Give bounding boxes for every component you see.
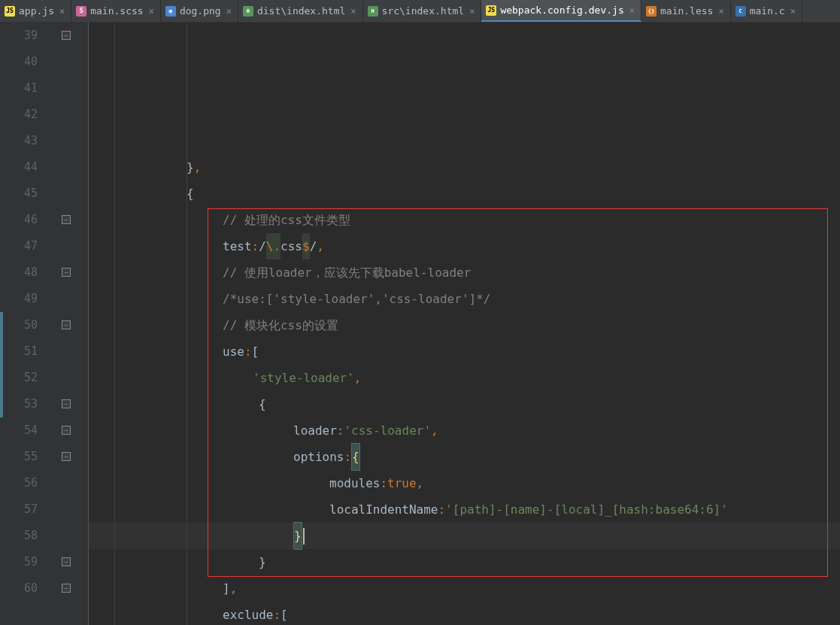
- code-line[interactable]: /*use:['style-loader','css-loader']*/: [89, 286, 840, 312]
- code-line[interactable]: },: [89, 154, 840, 181]
- less-file-icon: {}: [646, 6, 657, 17]
- tab-dog-png[interactable]: ▣dog.png×: [161, 0, 238, 22]
- close-icon[interactable]: ×: [226, 6, 232, 17]
- line-number: 47: [0, 233, 38, 259]
- text-cursor: [303, 528, 305, 545]
- line-number: 39: [0, 23, 38, 49]
- code-line[interactable]: {: [89, 391, 840, 417]
- vcs-change-marker: [0, 312, 3, 417]
- code-line[interactable]: localIndentName:'[path]-[name]-[local]_[…: [89, 496, 840, 523]
- code-line[interactable]: }: [89, 523, 840, 549]
- close-icon[interactable]: ×: [790, 6, 796, 17]
- tab-label: src\index.html: [382, 5, 465, 17]
- fold-marker-icon[interactable]: −: [62, 268, 71, 277]
- tab-dist-index-html[interactable]: Hdist\index.html×: [238, 0, 363, 22]
- fold-marker-icon[interactable]: −: [62, 215, 71, 224]
- code-line[interactable]: {: [89, 181, 840, 207]
- line-number: 56: [0, 470, 38, 496]
- line-number: 53: [0, 391, 38, 417]
- tab-main-less[interactable]: {}main.less×: [641, 0, 731, 22]
- line-number: 57: [0, 496, 38, 523]
- code-line[interactable]: exclude:[: [89, 602, 840, 625]
- line-number-gutter: 3940414243444546474849505152535455565758…: [0, 23, 54, 625]
- tab-label: dog.png: [180, 5, 221, 17]
- line-number: 60: [0, 575, 38, 602]
- line-number: 59: [0, 549, 38, 575]
- tab-label: dist\index.html: [257, 5, 345, 17]
- tab-label: main.c: [750, 5, 785, 17]
- tab-label: app.js: [19, 5, 54, 17]
- line-number: 49: [0, 286, 38, 312]
- close-icon[interactable]: ×: [149, 6, 154, 17]
- code-line[interactable]: use:[: [89, 338, 840, 365]
- tab-bar: JSapp.js×Smain.scss×▣dog.png×Hdist\index…: [0, 0, 840, 23]
- sass-file-icon: S: [76, 6, 86, 17]
- close-icon[interactable]: ×: [59, 6, 65, 17]
- fold-column: −−−−−−−−−: [54, 23, 89, 625]
- tab-main-c[interactable]: Cmain.c×: [731, 0, 802, 22]
- fold-marker-icon[interactable]: −: [62, 557, 71, 566]
- tab-main-scss[interactable]: Smain.scss×: [71, 0, 161, 22]
- tab-label: main.scss: [90, 5, 143, 17]
- code-line[interactable]: ],: [89, 575, 840, 602]
- code-line[interactable]: test:/\.css$/,: [89, 233, 840, 259]
- line-number: 52: [0, 365, 38, 391]
- line-number: 45: [0, 181, 38, 207]
- fold-marker-icon[interactable]: −: [62, 452, 71, 461]
- close-icon[interactable]: ×: [629, 5, 635, 16]
- fold-marker-icon[interactable]: −: [62, 399, 71, 408]
- close-icon[interactable]: ×: [469, 6, 475, 17]
- line-number: 54: [0, 417, 38, 444]
- tab-src-index-html[interactable]: Hsrc\index.html×: [363, 0, 482, 22]
- code-line[interactable]: options:{: [89, 444, 840, 470]
- close-icon[interactable]: ×: [350, 6, 356, 17]
- tab-app-js[interactable]: JSapp.js×: [0, 0, 71, 22]
- tab-webpack-config-dev-js[interactable]: JSwebpack.config.dev.js×: [481, 0, 641, 22]
- fold-marker-icon[interactable]: −: [62, 584, 71, 593]
- line-number: 48: [0, 259, 38, 286]
- html-file-icon: H: [368, 6, 378, 17]
- img-file-icon: ▣: [165, 6, 176, 17]
- line-number: 42: [0, 102, 38, 128]
- code-line[interactable]: 'style-loader',: [89, 365, 840, 391]
- line-number: 41: [0, 75, 38, 102]
- js-file-icon: JS: [5, 6, 15, 17]
- close-icon[interactable]: ×: [718, 6, 723, 17]
- line-number: 50: [0, 312, 38, 338]
- fold-marker-icon[interactable]: −: [62, 320, 71, 329]
- code-line[interactable]: loader:'css-loader',: [89, 417, 840, 444]
- tab-label: webpack.config.dev.js: [500, 5, 623, 16]
- fold-marker-icon[interactable]: −: [62, 426, 71, 435]
- js-file-icon: JS: [486, 5, 496, 16]
- line-number: 44: [0, 154, 38, 181]
- line-number: 43: [0, 128, 38, 154]
- line-number: 40: [0, 49, 38, 75]
- code-line[interactable]: }: [89, 549, 840, 575]
- code-area[interactable]: },{// 处理的css文件类型test:/\.css$/,// 使用loade…: [89, 23, 840, 625]
- code-line[interactable]: modules:true,: [89, 470, 840, 496]
- line-number: 51: [0, 338, 38, 365]
- code-line[interactable]: // 使用loader，应该先下载babel-loader: [89, 259, 840, 286]
- css-file-icon: C: [735, 6, 746, 17]
- code-line[interactable]: // 处理的css文件类型: [89, 207, 840, 233]
- code-editor[interactable]: 3940414243444546474849505152535455565758…: [0, 23, 840, 625]
- fold-marker-icon[interactable]: −: [62, 31, 71, 40]
- line-number: 46: [0, 207, 38, 233]
- code-line[interactable]: // 模块化css的设置: [89, 312, 840, 338]
- line-number: 55: [0, 444, 38, 470]
- line-number: 58: [0, 523, 38, 549]
- tab-label: main.less: [660, 5, 713, 17]
- html-file-icon: H: [243, 6, 253, 17]
